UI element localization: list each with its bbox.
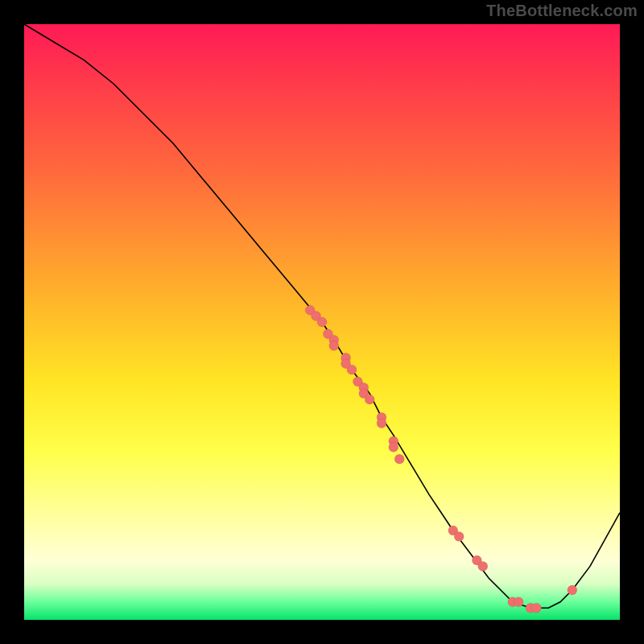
data-point — [377, 419, 386, 428]
data-point — [531, 603, 541, 613]
bottleneck-curve — [24, 24, 620, 608]
data-point — [454, 531, 464, 541]
data-point — [568, 585, 577, 595]
page-root: TheBottleneck.com — [0, 0, 644, 644]
data-point — [394, 454, 404, 464]
watermark-text: TheBottleneck.com — [486, 2, 638, 20]
data-points-group — [305, 305, 577, 613]
data-point — [347, 365, 357, 374]
chart-plot-area — [24, 24, 620, 620]
data-point — [329, 341, 339, 351]
data-point — [514, 597, 523, 607]
data-point — [478, 561, 488, 571]
chart-svg — [24, 24, 620, 620]
data-point — [365, 394, 374, 404]
data-point — [389, 442, 398, 452]
data-point — [317, 317, 327, 327]
